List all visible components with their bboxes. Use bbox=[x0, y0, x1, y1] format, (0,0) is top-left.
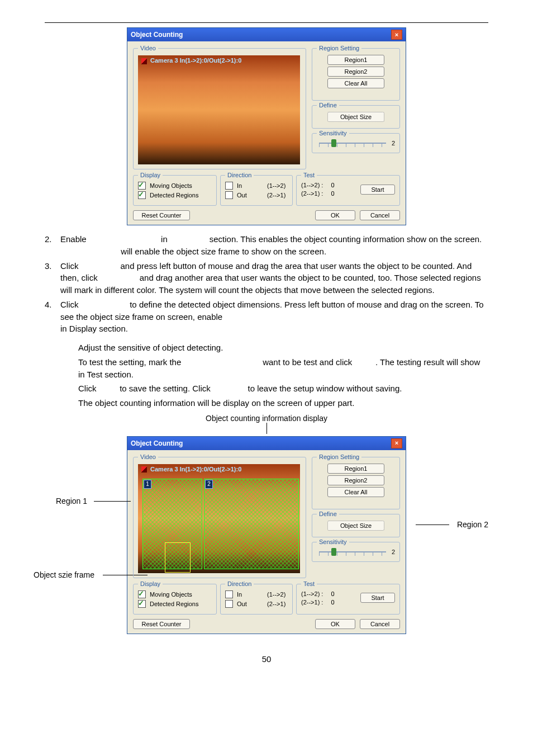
direction-in-value: (1-->2) bbox=[267, 182, 285, 189]
start-button[interactable]: Start bbox=[360, 185, 395, 195]
region1-button-2[interactable]: Region1 bbox=[327, 464, 384, 474]
test-r1-value: 0 bbox=[331, 182, 335, 188]
region1-num-icon: 1 bbox=[144, 480, 151, 489]
video-overlay-text-2: Camera 3 In(1->2):0/Out(2->1):0 bbox=[141, 466, 241, 473]
define-legend-2: Define bbox=[317, 511, 339, 517]
clear-all-button-2[interactable]: Clear All bbox=[327, 487, 384, 497]
flag-icon-2 bbox=[141, 466, 147, 472]
annot-region2-line bbox=[416, 525, 449, 525]
define-legend: Define bbox=[317, 102, 339, 108]
direction-out-checkbox[interactable] bbox=[225, 191, 233, 199]
sub-5: Adjust the sensitive of object detecting… bbox=[78, 342, 488, 354]
diagram-caption: Object counting information display bbox=[45, 414, 488, 434]
sensitivity-legend: Sensitivity bbox=[317, 130, 349, 136]
test-r2-value-2: 0 bbox=[331, 599, 335, 606]
moving-objects-label: Moving Objects bbox=[150, 182, 192, 189]
detected-regions-checkbox[interactable] bbox=[138, 191, 146, 199]
dialog-title: Object Counting bbox=[131, 31, 391, 39]
cancel-button[interactable]: Cancel bbox=[360, 210, 400, 220]
video-legend-2: Video bbox=[138, 453, 158, 460]
region-setting-group: Region Setting Region1 Region2 Clear All bbox=[312, 48, 400, 101]
region1-button[interactable]: Region1 bbox=[327, 55, 384, 65]
direction-legend-2: Direction bbox=[225, 580, 254, 587]
display-group: Display Moving Objects Detected Regions bbox=[133, 175, 217, 206]
test-r2-value: 0 bbox=[331, 190, 335, 197]
item-text-2: Enable in section. This enables the obje… bbox=[60, 233, 488, 258]
test-r2-label-2: (2-->1) : bbox=[301, 599, 323, 606]
start-button-2[interactable]: Start bbox=[360, 593, 395, 603]
sensitivity-group-2: Sensitivity 2 bbox=[312, 542, 400, 562]
direction-group: Direction In (1-->2) Out (2-->1) bbox=[220, 175, 293, 206]
direction-in-label-2: In bbox=[237, 591, 265, 598]
annot-objsize-label: Object szie frame bbox=[34, 570, 94, 579]
detected-regions-label-2: Detected Regions bbox=[150, 601, 198, 607]
cancel-button-2[interactable]: Cancel bbox=[360, 619, 400, 629]
direction-out-label: Out bbox=[237, 192, 265, 199]
clear-all-button[interactable]: Clear All bbox=[327, 78, 384, 88]
moving-objects-checkbox[interactable] bbox=[138, 182, 146, 190]
direction-out-label-2: Out bbox=[237, 601, 265, 607]
sub-6: To test the setting, mark the want to be… bbox=[78, 356, 488, 381]
moving-objects-checkbox-2[interactable] bbox=[138, 590, 146, 598]
test-r1-value-2: 0 bbox=[331, 590, 335, 597]
direction-out-value-2: (2-->1) bbox=[267, 601, 285, 607]
direction-in-label: In bbox=[237, 182, 265, 189]
object-counting-dialog-1: Object Counting × Video Camera 3 In(1->2… bbox=[127, 27, 406, 225]
caption-pointer-line bbox=[266, 423, 267, 434]
dialog-title-2: Object Counting bbox=[131, 440, 391, 447]
ok-button[interactable]: OK bbox=[315, 210, 355, 220]
detected-regions-checkbox-2[interactable] bbox=[138, 600, 146, 608]
ok-button-2[interactable]: OK bbox=[315, 619, 355, 629]
direction-group-2: Direction In (1-->2) Out (2-->1) bbox=[220, 584, 293, 615]
item-num-2: 2. bbox=[45, 233, 60, 258]
annot-region1-line bbox=[94, 501, 131, 502]
sub-instructions: Adjust the sensitive of object detecting… bbox=[78, 342, 488, 409]
instructions-list: 2. Enable in section. This enables the o… bbox=[45, 233, 488, 335]
object-counting-dialog-2: Object Counting × Video Camera 3 In(1->2… bbox=[127, 436, 406, 634]
display-legend: Display bbox=[138, 172, 163, 178]
direction-in-checkbox[interactable] bbox=[225, 182, 233, 190]
sensitivity-group: Sensitivity 2 bbox=[312, 133, 400, 153]
item-text-4: Click to define the detected object dime… bbox=[60, 299, 488, 335]
region-setting-legend-2: Region Setting bbox=[317, 453, 361, 460]
region2-num-icon: 2 bbox=[205, 480, 213, 489]
close-icon[interactable]: × bbox=[391, 30, 402, 40]
test-group-2: Test (1-->2) : 0 (2-->1) : 0 Start bbox=[296, 584, 400, 615]
sensitivity-slider-2[interactable] bbox=[319, 551, 386, 552]
item-num-3: 3. bbox=[45, 260, 60, 296]
region2-button[interactable]: Region2 bbox=[327, 67, 384, 77]
video-group: Video Camera 3 In(1->2):0/Out(2->1):0 bbox=[133, 48, 306, 169]
sub-8: The object counting information will be … bbox=[78, 397, 488, 409]
direction-in-value-2: (1-->2) bbox=[267, 591, 285, 598]
direction-out-value: (2-->1) bbox=[267, 192, 285, 199]
display-group-2: Display Moving Objects Detected Regions bbox=[133, 584, 217, 615]
test-r1-label: (1-->2) : bbox=[301, 182, 323, 188]
reset-counter-button-2[interactable]: Reset Counter bbox=[133, 619, 190, 629]
detected-regions-label: Detected Regions bbox=[150, 192, 198, 199]
objsize-frame-overlay bbox=[165, 542, 191, 573]
define-group-2: Define Object Size bbox=[312, 514, 400, 537]
display-legend-2: Display bbox=[138, 580, 163, 587]
region2-button-2[interactable]: Region2 bbox=[327, 475, 384, 485]
test-r1-label-2: (1-->2) : bbox=[301, 590, 323, 597]
item-text-3: Click and press left button of mouse and… bbox=[60, 260, 488, 296]
close-icon-2[interactable]: × bbox=[391, 438, 402, 448]
test-group: Test (1-->2) : 0 (2-->1) : 0 Start bbox=[296, 175, 400, 206]
direction-out-checkbox-2[interactable] bbox=[225, 600, 233, 608]
object-size-button[interactable]: Object Size bbox=[327, 112, 384, 122]
region-setting-legend: Region Setting bbox=[317, 45, 361, 51]
video-legend: Video bbox=[138, 45, 158, 51]
region-setting-group-2: Region Setting Region1 Region2 Clear All bbox=[312, 457, 400, 509]
annot-region2-label: Region 2 bbox=[457, 520, 488, 529]
define-group: Define Object Size bbox=[312, 105, 400, 129]
reset-counter-button[interactable]: Reset Counter bbox=[133, 210, 190, 220]
video-overlay-text: Camera 3 In(1->2):0/Out(2->1):0 bbox=[141, 57, 241, 64]
sensitivity-slider[interactable] bbox=[319, 143, 386, 144]
sensitivity-legend-2: Sensitivity bbox=[317, 538, 349, 545]
page-number: 50 bbox=[45, 654, 488, 664]
test-legend: Test bbox=[301, 172, 317, 178]
video-preview: Camera 3 In(1->2):0/Out(2->1):0 bbox=[138, 55, 300, 164]
direction-in-checkbox-2[interactable] bbox=[225, 590, 233, 598]
titlebar: Object Counting × bbox=[127, 28, 406, 41]
object-size-button-2[interactable]: Object Size bbox=[327, 521, 384, 531]
